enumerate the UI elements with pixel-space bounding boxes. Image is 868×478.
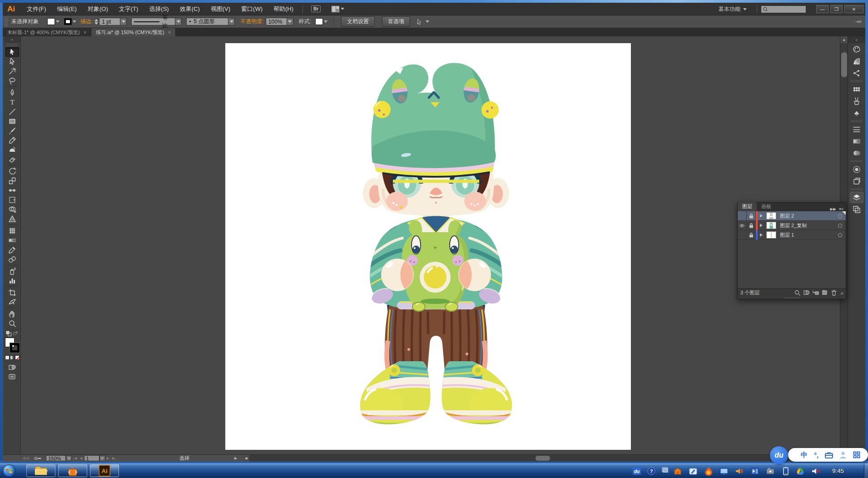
brush-dropdown[interactable]	[228, 18, 235, 25]
fill-color-control[interactable]	[47, 18, 60, 25]
close-button[interactable]: ✕	[844, 5, 863, 13]
zoom-dropdown[interactable]	[66, 455, 72, 461]
tray-volume-muted-icon[interactable]	[811, 467, 820, 476]
none-button[interactable]	[15, 355, 20, 360]
color-guide-panel-icon[interactable]	[850, 55, 863, 67]
layer-row-2[interactable]: 图层 2	[738, 211, 846, 221]
layers-panel-icon[interactable]	[850, 192, 863, 203]
zoom-tool[interactable]	[5, 319, 19, 328]
locate-object-button[interactable]	[793, 289, 802, 296]
minimize-button[interactable]: —	[816, 5, 828, 13]
kuler-panel-icon[interactable]	[850, 67, 863, 79]
canvas-pasteboard[interactable]	[21, 36, 840, 454]
tray-drive-icon[interactable]	[796, 467, 805, 476]
fill-stroke-control[interactable]	[5, 338, 20, 354]
maximize-button[interactable]: ❐	[830, 5, 843, 13]
stroke-weight-stepper[interactable]	[94, 19, 98, 25]
align-options-button[interactable]	[417, 19, 429, 25]
drawing-mode-button[interactable]	[5, 362, 19, 372]
document-tab-untitled[interactable]: 未标题-1* @ 400% (CMYK/预览) ×	[3, 28, 91, 36]
tray-idm-icon[interactable]	[673, 467, 682, 476]
swatches-panel-icon[interactable]	[850, 84, 863, 95]
menu-file[interactable]: 文件(F)	[21, 3, 52, 15]
scroll-up-icon[interactable]: ▲	[840, 36, 848, 43]
workspace-switcher[interactable]: 基本功能	[719, 5, 747, 13]
brushes-panel-icon[interactable]	[850, 95, 863, 107]
previous-artboard-icon[interactable]: ◀	[79, 456, 82, 460]
dock-group-grip[interactable]	[851, 80, 863, 82]
layer-target-icon[interactable]	[834, 233, 846, 237]
slice-tool[interactable]	[5, 297, 19, 307]
stroke-weight-field[interactable]: 1 pt	[99, 18, 120, 25]
layer-target-icon[interactable]	[834, 214, 846, 218]
menu-object[interactable]: 对象(O)	[82, 3, 114, 15]
dock-group-grip[interactable]	[851, 120, 863, 122]
artboard-number-field[interactable]: 1	[84, 455, 99, 461]
tab-close-icon[interactable]: ×	[84, 30, 86, 35]
perspective-grid-tool[interactable]	[5, 214, 19, 224]
rotate-tool[interactable]	[5, 166, 19, 176]
show-desktop-button[interactable]	[864, 463, 868, 478]
tray-camera-icon[interactable]	[766, 467, 775, 476]
ime-chinese-mode[interactable]: 中	[801, 451, 808, 459]
layer-target-icon[interactable]	[834, 224, 846, 228]
opacity-field[interactable]: 100%	[266, 18, 287, 25]
horizontal-scroll-thumb[interactable]	[536, 456, 550, 461]
shape-builder-tool[interactable]	[5, 204, 19, 214]
swap-fill-stroke-icon[interactable]	[12, 331, 18, 336]
visibility-toggle[interactable]	[738, 211, 747, 221]
panel-drag-grip[interactable]	[738, 297, 846, 299]
lock-toggle[interactable]	[747, 230, 756, 240]
scroll-left-icon[interactable]: ◀	[243, 455, 249, 462]
free-transform-tool[interactable]	[5, 195, 19, 204]
stroke-panel-icon[interactable]	[850, 124, 863, 135]
eraser-tool[interactable]	[5, 154, 19, 164]
first-artboard-icon[interactable]: |◀	[73, 456, 77, 460]
tab-layers[interactable]: 图层	[738, 202, 757, 211]
panel-collapse-icon[interactable]: ▶▶	[830, 207, 836, 211]
tab-close-icon[interactable]: ×	[168, 30, 171, 35]
preferences-button[interactable]: 首选项	[382, 16, 410, 27]
expand-layer-icon[interactable]	[758, 214, 764, 218]
ime-toolbox-icon[interactable]	[825, 452, 833, 458]
layer-name[interactable]: 图层 2	[780, 213, 834, 219]
taskbar-explorer-button[interactable]	[26, 464, 55, 477]
scale-tool[interactable]	[5, 176, 19, 185]
taskbar-idm-button[interactable]	[58, 464, 87, 477]
type-tool[interactable]: T	[5, 97, 19, 107]
panel-menu-icon[interactable]: ▾≡	[839, 207, 843, 211]
direct-selection-tool[interactable]	[5, 57, 19, 66]
tray-paint-tablet-icon[interactable]	[689, 467, 698, 476]
blend-tool[interactable]	[5, 254, 19, 264]
ime-baidu-logo[interactable]: du	[770, 446, 788, 464]
tray-help-icon[interactable]: ?	[647, 467, 656, 476]
artboard-dropdown[interactable]	[99, 455, 105, 461]
dock-group-grip[interactable]	[851, 160, 863, 162]
artboard-tool[interactable]	[5, 288, 19, 297]
tray-phone-icon[interactable]	[781, 467, 790, 476]
panel-resize-grip[interactable]: ◢	[840, 291, 843, 295]
vertical-scroll-thumb[interactable]	[841, 52, 847, 77]
arrange-documents-button[interactable]	[332, 6, 344, 12]
magic-wand-tool[interactable]	[5, 66, 19, 76]
ime-user-icon[interactable]	[839, 451, 847, 458]
symbol-sprayer-tool[interactable]	[5, 266, 19, 276]
opacity-label[interactable]: 不透明度:	[240, 18, 263, 25]
menu-select[interactable]: 选择(S)	[144, 3, 174, 15]
ime-grid-icon[interactable]	[853, 451, 860, 458]
stroke-weight-dropdown[interactable]	[120, 18, 127, 25]
symbols-panel-icon[interactable]: ♣	[850, 107, 863, 119]
visibility-toggle[interactable]	[738, 221, 747, 230]
layer-row-1[interactable]: 图层 1	[738, 230, 846, 240]
menu-help[interactable]: 帮助(H)	[268, 3, 299, 15]
column-graph-tool[interactable]	[5, 276, 19, 285]
gradient-button[interactable]	[10, 355, 15, 360]
menu-type[interactable]: 文字(T)	[114, 3, 144, 15]
artboards-panel-icon[interactable]	[850, 204, 863, 215]
taskbar-illustrator-button[interactable]: Ai	[90, 464, 119, 477]
tray-window-icon[interactable]	[660, 465, 670, 474]
mini-fill-stroke-icon[interactable]	[6, 331, 12, 336]
stroke-weight-label[interactable]: 描边:	[80, 18, 93, 25]
menu-window[interactable]: 窗口(W)	[236, 3, 268, 15]
search-input[interactable]	[761, 5, 806, 13]
